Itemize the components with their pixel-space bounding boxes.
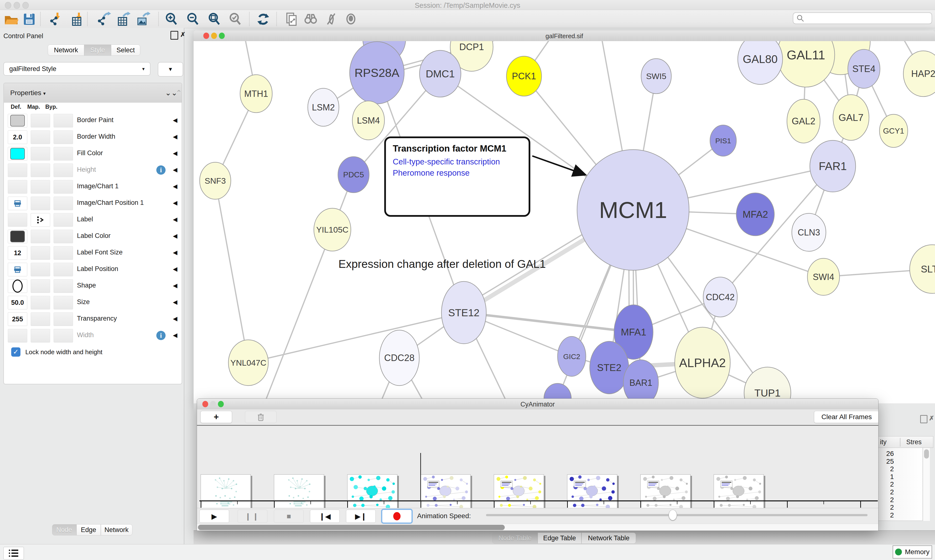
float-panel-icon[interactable] — [170, 31, 178, 40]
bypass-cell[interactable] — [54, 213, 73, 227]
frame-thumbnail-2[interactable] — [347, 474, 397, 511]
frame-thumbnail-0[interactable] — [201, 474, 251, 511]
tab-style[interactable]: Style — [84, 45, 111, 56]
collapse-arrow-icon[interactable]: ◀ — [173, 332, 177, 338]
bypass-cell[interactable] — [54, 131, 73, 144]
bypass-cell[interactable] — [54, 312, 73, 326]
clear-all-frames-button[interactable]: Clear All Frames — [814, 411, 878, 423]
collapse-arrow-icon[interactable]: ◀ — [173, 266, 177, 272]
scrollbar-thumb[interactable] — [198, 525, 505, 530]
export-table-icon[interactable] — [114, 11, 131, 27]
mapping-cell[interactable] — [31, 197, 50, 210]
table-cell-value[interactable]: 2 — [878, 496, 894, 504]
default-cell[interactable] — [8, 163, 27, 177]
mapping-cell[interactable] — [31, 163, 50, 177]
bypass-cell[interactable] — [54, 230, 73, 243]
property-row-fill-color[interactable]: Fill Color◀ — [4, 146, 182, 162]
info-icon[interactable]: i — [156, 331, 165, 340]
style-selector[interactable]: galFiltered Style ▾ — [3, 62, 150, 75]
frame-thumbnail-7[interactable] — [714, 474, 764, 511]
property-row-border-paint[interactable]: Border Paint◀ — [4, 112, 182, 129]
export-image-icon[interactable] — [134, 11, 151, 27]
collapse-arrow-icon[interactable]: ◀ — [173, 117, 177, 123]
lock-checkbox[interactable]: ✓ — [11, 348, 20, 357]
mapping-cell[interactable] — [31, 147, 50, 160]
zoom-in-icon[interactable] — [163, 11, 180, 27]
property-row-image-chart-1[interactable]: Image/Chart 1◀ — [4, 178, 182, 195]
property-row-label-position[interactable]: Label Position◀ — [4, 261, 182, 278]
mapping-cell[interactable] — [31, 213, 50, 227]
default-cell[interactable] — [8, 263, 27, 276]
collapse-arrow-icon[interactable]: ◀ — [173, 299, 177, 306]
default-cell[interactable] — [8, 197, 27, 210]
copy-document-icon[interactable] — [283, 11, 301, 27]
property-row-label[interactable]: Label◀ — [4, 212, 182, 228]
default-cell[interactable] — [8, 230, 27, 243]
mapping-cell[interactable] — [31, 279, 50, 293]
save-session-icon[interactable] — [20, 11, 38, 27]
default-cell[interactable]: 12 — [8, 246, 27, 260]
refresh-icon[interactable] — [255, 11, 272, 27]
default-cell[interactable]: 2.0 — [8, 131, 27, 144]
bypass-cell[interactable] — [54, 246, 73, 260]
collapse-arrow-icon[interactable]: ◀ — [173, 200, 177, 206]
tab-edge-table[interactable]: Edge Table — [538, 532, 582, 544]
bypass-cell[interactable] — [54, 114, 73, 128]
bypass-cell[interactable] — [54, 147, 73, 160]
annotation-link[interactable]: Pheromone response — [393, 168, 522, 178]
tab-network[interactable]: Network — [101, 524, 133, 535]
collapse-arrow-icon[interactable]: ◀ — [173, 150, 177, 157]
table-cell-value[interactable]: 2 — [878, 480, 894, 488]
frame-thumbnail-5[interactable] — [567, 474, 617, 511]
collapse-arrow-icon[interactable]: ◀ — [173, 282, 177, 289]
bypass-cell[interactable] — [54, 163, 73, 177]
property-row-image-chart-position-1[interactable]: Image/Chart Position 1◀ — [4, 195, 182, 212]
chevron-down-icon[interactable]: ▾ — [43, 91, 46, 96]
bypass-cell[interactable] — [54, 197, 73, 210]
tab-edge[interactable]: Edge — [76, 524, 101, 535]
frame-thumbnail-6[interactable] — [640, 474, 691, 511]
table-cell-value[interactable]: 2 — [878, 465, 894, 473]
column-header[interactable]: Stres — [906, 438, 922, 446]
frame-thumbnail-3[interactable] — [421, 474, 471, 511]
bypass-cell[interactable] — [54, 279, 73, 293]
default-cell[interactable] — [8, 329, 27, 343]
task-history-button[interactable] — [3, 547, 24, 560]
collapse-arrow-icon[interactable]: ◀ — [173, 216, 177, 223]
table-cell-value[interactable]: 2 — [878, 503, 894, 511]
tab-node-table[interactable]: Node Table — [492, 532, 538, 544]
network-canvas[interactable]: DCP1GAL11GAL80RPS28ADMC1HAP2STE4PCK1SWI5… — [194, 41, 935, 403]
mapping-cell[interactable] — [31, 131, 50, 144]
default-cell[interactable] — [8, 114, 27, 128]
table-scrollbar[interactable] — [923, 448, 930, 521]
close-panel-icon[interactable]: ✗ — [180, 31, 185, 38]
collapse-all-icon[interactable]: ⌃⌃ — [176, 89, 182, 97]
table-cell-value[interactable]: 25 — [878, 458, 894, 465]
annotation-box[interactable]: Transcription factor MCM1 Cell-type-spec… — [384, 137, 530, 217]
close-panel-icon[interactable]: ✗ — [929, 414, 934, 422]
mapping-cell[interactable] — [31, 230, 50, 243]
table-body[interactable]: 26252122222 — [878, 448, 923, 521]
property-row-transparency[interactable]: 255Transparency◀ — [4, 311, 182, 328]
pause-button[interactable]: ❙❙ — [238, 510, 267, 523]
collapse-arrow-icon[interactable]: ◀ — [173, 232, 177, 239]
first-neighbors-icon[interactable] — [302, 11, 319, 27]
search-input[interactable] — [804, 14, 927, 22]
info-icon[interactable]: i — [156, 165, 165, 175]
bypass-cell[interactable] — [54, 296, 73, 309]
bypass-cell[interactable] — [54, 263, 73, 276]
column-header[interactable]: ity — [880, 438, 887, 446]
default-cell[interactable] — [8, 147, 27, 160]
zoom-selected-icon[interactable] — [227, 11, 244, 27]
import-table-icon[interactable] — [68, 11, 86, 27]
show-all-icon[interactable] — [342, 11, 359, 27]
default-cell[interactable]: 255 — [8, 312, 27, 326]
scrollbar-thumb[interactable] — [924, 449, 929, 458]
property-row-height[interactable]: Heighti◀ — [4, 162, 182, 179]
expand-all-icon[interactable]: ⌄⌄ — [165, 89, 177, 97]
mapping-cell[interactable] — [31, 312, 50, 326]
default-cell[interactable] — [8, 279, 27, 293]
property-row-shape[interactable]: Shape◀ — [4, 278, 182, 295]
table-cell-value[interactable]: 26 — [878, 450, 894, 458]
next-frame-button[interactable]: ▶❙ — [346, 510, 376, 523]
